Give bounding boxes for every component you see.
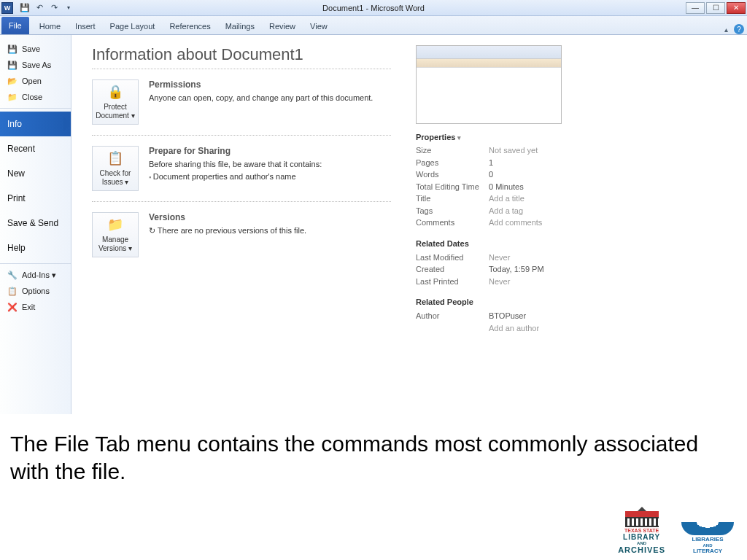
property-value[interactable]: Add comments: [489, 217, 542, 229]
property-label: [416, 322, 489, 335]
library-archives-logo: TEXAS STATE LIBRARY AND ARCHIVES: [618, 511, 665, 554]
property-row: Add an author: [416, 322, 731, 335]
sidebar-item-save-as[interactable]: 💾Save As: [0, 57, 71, 73]
sidebar-item-label: Open: [22, 77, 42, 85]
sidebar-item-new[interactable]: New: [0, 161, 71, 186]
sidebar-item-close[interactable]: 📁Close: [0, 89, 71, 105]
sidebar-item-label: Save & Send: [7, 218, 58, 228]
property-label: Last Printed: [416, 276, 489, 288]
tile-button-2[interactable]: 📁 ManageVersions ▾: [92, 212, 139, 257]
info-section: 📋 Check forIssues ▾ Prepare for SharingB…: [92, 135, 391, 201]
property-label: Created: [416, 263, 489, 276]
qat-undo-icon[interactable]: ↶: [33, 1, 46, 15]
property-label: Last Modified: [416, 252, 489, 264]
property-value: Never: [489, 252, 510, 264]
qat-save-icon[interactable]: 💾: [18, 1, 31, 15]
slide-caption: The File Tab menu contains the commands …: [0, 414, 747, 485]
property-value: Never: [489, 276, 510, 288]
property-value: 0 Minutes: [489, 181, 524, 193]
titlebar: W 💾 ↶ ↷ ▾ Document1 - Microsoft Word — ☐…: [0, 0, 747, 16]
sidebar-item-recent[interactable]: Recent: [0, 136, 71, 161]
exit-icon: ❌: [7, 302, 18, 312]
property-value[interactable]: Add an author: [489, 322, 539, 335]
section-text: ↻ There are no previous versions of this…: [149, 225, 391, 237]
section-header: Versions: [149, 212, 391, 222]
tab-view[interactable]: View: [303, 18, 335, 34]
section-header: Permissions: [149, 79, 391, 90]
tile-button-1[interactable]: 📋 Check forIssues ▾: [92, 146, 139, 191]
info-section: 🔒 ProtectDocument ▾ PermissionsAnyone ca…: [92, 69, 391, 135]
sidebar-item-info[interactable]: Info: [0, 112, 71, 136]
sidebar-item-label: Exit: [22, 303, 35, 311]
sidebar-item-label: Close: [22, 93, 42, 101]
ribbon-minimize-icon[interactable]: ▴: [721, 24, 731, 34]
property-row: CreatedToday, 1:59 PM: [416, 263, 731, 276]
property-row: CommentsAdd comments: [416, 217, 731, 229]
tab-home[interactable]: Home: [32, 18, 68, 34]
sidebar-item-options[interactable]: 📋Options: [0, 283, 71, 299]
tab-references[interactable]: References: [162, 18, 217, 34]
tab-mailings[interactable]: Mailings: [218, 18, 262, 34]
sidebar-item-help[interactable]: Help: [0, 236, 71, 260]
property-label: Title: [416, 192, 489, 205]
property-value: 1: [489, 157, 493, 169]
property-value: Not saved yet: [489, 144, 538, 157]
property-label: Total Editing Time: [416, 181, 489, 193]
word-icon: W: [1, 2, 13, 14]
maximize-button[interactable]: ☐: [706, 2, 725, 14]
property-row: Pages1: [416, 157, 731, 169]
related-people-header: Related People: [416, 298, 731, 306]
properties-pane: Properties SizeNot saved yetPages1Words0…: [416, 45, 731, 414]
sidebar-item-save-send[interactable]: Save & Send: [0, 211, 71, 236]
property-row: TitleAdd a title: [416, 192, 731, 205]
section-text: Document properties and author's name: [149, 171, 391, 183]
property-row: Words0: [416, 168, 731, 181]
sidebar-item-label: New: [7, 168, 25, 179]
tab-insert[interactable]: Insert: [68, 18, 103, 34]
properties-header[interactable]: Properties: [416, 133, 731, 141]
section-header: Prepare for Sharing: [149, 146, 391, 156]
open-icon: 📂: [7, 76, 18, 86]
sidebar-item-addins[interactable]: 🔧Add-Ins ▾: [0, 267, 71, 283]
sidebar-item-label: Print: [7, 193, 26, 203]
window-title: Document1 - Microsoft Word: [322, 4, 425, 12]
sidebar-item-open[interactable]: 📂Open: [0, 73, 71, 89]
section-text: Before sharing this file, be aware that …: [149, 158, 391, 171]
libraries-literacy-logo: LIBRARIESANDLITERACY: [681, 522, 734, 554]
property-value: Today, 1:59 PM: [489, 263, 544, 276]
save-as-icon: 💾: [7, 60, 18, 70]
sidebar-item-label: Save As: [22, 61, 51, 69]
tile-icon: 📁: [105, 217, 125, 234]
tab-review[interactable]: Review: [262, 18, 303, 34]
property-value[interactable]: Add a title: [489, 192, 525, 205]
sidebar-item-label: Options: [22, 287, 50, 295]
ribbon-tabs: File Home Insert Page Layout References …: [0, 16, 747, 35]
related-dates-header: Related Dates: [416, 239, 731, 248]
sidebar-item-exit[interactable]: ❌Exit: [0, 299, 71, 315]
options-icon: 📋: [7, 286, 18, 296]
property-value[interactable]: Add a tag: [489, 205, 523, 217]
sidebar-item-print[interactable]: Print: [0, 186, 71, 211]
backstage-sidebar: 💾Save💾Save As📂Open📁CloseInfoRecentNewPri…: [0, 35, 71, 414]
property-row: TagsAdd a tag: [416, 205, 731, 217]
property-label: Pages: [416, 157, 489, 169]
qat-dropdown-icon[interactable]: ▾: [62, 1, 75, 15]
document-thumbnail[interactable]: [416, 45, 562, 124]
minimize-button[interactable]: —: [686, 2, 705, 14]
tab-file[interactable]: File: [1, 17, 29, 34]
close-button[interactable]: ✕: [727, 2, 746, 14]
tile-button-0[interactable]: 🔒 ProtectDocument ▾: [92, 79, 139, 125]
backstage: 💾Save💾Save As📂Open📁CloseInfoRecentNewPri…: [0, 35, 747, 414]
help-icon[interactable]: ?: [734, 24, 744, 34]
page-title: Information about Document1: [92, 45, 391, 64]
word-backstage: W 💾 ↶ ↷ ▾ Document1 - Microsoft Word — ☐…: [0, 0, 747, 414]
sidebar-item-save[interactable]: 💾Save: [0, 41, 71, 57]
tab-page-layout[interactable]: Page Layout: [103, 18, 163, 34]
sidebar-item-label: Add-Ins ▾: [22, 271, 56, 280]
property-value: BTOPuser: [489, 310, 526, 322]
property-label: Comments: [416, 217, 489, 229]
qat-redo-icon[interactable]: ↷: [47, 1, 61, 15]
info-section: 📁 ManageVersions ▾ Versions↻ There are n…: [92, 201, 391, 268]
sidebar-item-label: Info: [7, 119, 22, 129]
backstage-content: Information about Document1 🔒 ProtectDoc…: [71, 35, 747, 414]
